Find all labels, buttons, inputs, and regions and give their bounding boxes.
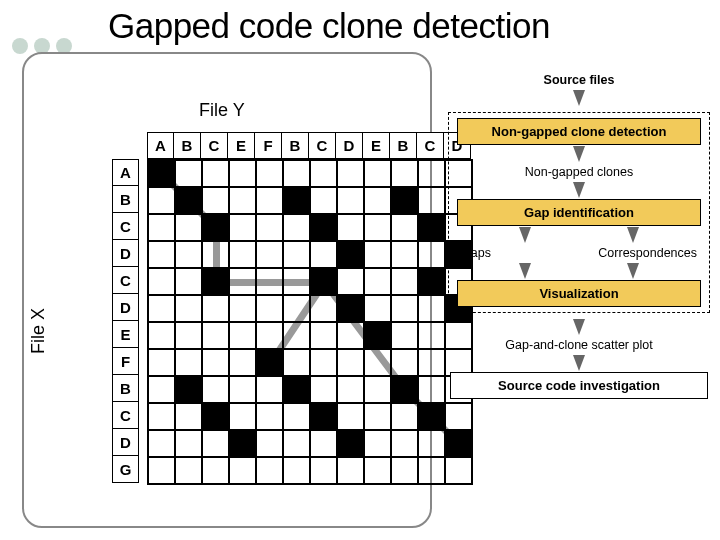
grid-cell [230, 188, 257, 215]
grid-cell [149, 377, 176, 404]
grid-cell [176, 269, 203, 296]
grid-cell [230, 296, 257, 323]
grid-cell [230, 269, 257, 296]
grid-cell [284, 431, 311, 458]
grid-cell [230, 215, 257, 242]
row-header: C [112, 267, 139, 294]
grid-cell [149, 323, 176, 350]
grid-cell [419, 161, 446, 188]
grid-cell [338, 242, 365, 269]
col-header: D [336, 132, 363, 159]
grid-cell [365, 161, 392, 188]
match-matrix: ABCEFBCDEBCD ABCDCDEFBCDG [112, 132, 473, 485]
row-header: G [112, 456, 139, 483]
grid-cell [176, 296, 203, 323]
arrow-icon [573, 355, 585, 371]
grid-cell [176, 242, 203, 269]
grid-cell [419, 188, 446, 215]
grid-cell [149, 188, 176, 215]
grid-cell [419, 431, 446, 458]
grid-cell [365, 458, 392, 485]
grid-cell [365, 242, 392, 269]
col-header: E [363, 132, 390, 159]
grid-cell [284, 161, 311, 188]
grid-cell [257, 350, 284, 377]
grid-cell [338, 458, 365, 485]
grid-cell [311, 431, 338, 458]
grid-cell [149, 350, 176, 377]
grid-cell [230, 431, 257, 458]
grid-cell [392, 431, 419, 458]
grid-cell [365, 269, 392, 296]
row-header: A [112, 159, 139, 186]
row-header: D [112, 429, 139, 456]
col-header: C [417, 132, 444, 159]
grid-cell [446, 431, 473, 458]
investigation-box: Source code investigation [450, 372, 708, 399]
grid-cell [338, 404, 365, 431]
grid-cell [338, 377, 365, 404]
grid-cell [257, 458, 284, 485]
grid-cell [419, 296, 446, 323]
grid-cell [284, 215, 311, 242]
grid-cell [392, 269, 419, 296]
grid-cell [284, 242, 311, 269]
grid-cell [365, 296, 392, 323]
col-header: B [390, 132, 417, 159]
row-header: B [112, 186, 139, 213]
grid-cell [392, 323, 419, 350]
row-header: B [112, 375, 139, 402]
grid-cell [176, 215, 203, 242]
grid-cell [230, 404, 257, 431]
grid-cell [203, 296, 230, 323]
grid-cell [419, 242, 446, 269]
grid-cell [203, 323, 230, 350]
flow-source-label: Source files [448, 73, 710, 87]
grid-cell [176, 350, 203, 377]
grid-cell [257, 404, 284, 431]
grid-cell [365, 188, 392, 215]
grid-cell [419, 215, 446, 242]
grid-cell [419, 323, 446, 350]
col-header: A [147, 132, 174, 159]
grid-cell [176, 161, 203, 188]
grid-cell [203, 188, 230, 215]
grid-cell [149, 242, 176, 269]
file-x-label: File X [28, 308, 49, 354]
arrow-icon [627, 227, 639, 243]
col-header: C [201, 132, 228, 159]
grid-cell [365, 404, 392, 431]
correspondences-label: Correspondences [598, 246, 697, 260]
col-header: B [174, 132, 201, 159]
arrow-icon [573, 182, 585, 198]
gap-identification-box: Gap identification [457, 199, 701, 226]
grid-cell [149, 458, 176, 485]
scatter-panel: File Y File X ABCEFBCDEBCD ABCDCDEFBCDG [22, 52, 432, 528]
grid-cell [230, 458, 257, 485]
grid-cell [419, 377, 446, 404]
grid-cell [203, 431, 230, 458]
grid-cell [446, 404, 473, 431]
grid-cell [176, 188, 203, 215]
grid-cell [338, 296, 365, 323]
col-header: B [282, 132, 309, 159]
row-header: D [112, 240, 139, 267]
grid-cell [311, 404, 338, 431]
grid-cell [311, 269, 338, 296]
grid-cell [149, 431, 176, 458]
row-header: D [112, 294, 139, 321]
grid-cell [338, 350, 365, 377]
grid-cell [203, 377, 230, 404]
grid-cell [419, 404, 446, 431]
flow-diagram: Source files Non-gapped clone detection … [448, 70, 710, 399]
grid-cell [257, 215, 284, 242]
grid-cell [311, 242, 338, 269]
gaps-label: Gaps [461, 246, 491, 260]
grid-cell [203, 404, 230, 431]
grid-cell [284, 296, 311, 323]
nongapped-clones-label: Non-gapped clones [455, 165, 703, 179]
grid-cell [338, 215, 365, 242]
grid-cell [392, 404, 419, 431]
grid-cell [257, 377, 284, 404]
grid-cell [284, 404, 311, 431]
